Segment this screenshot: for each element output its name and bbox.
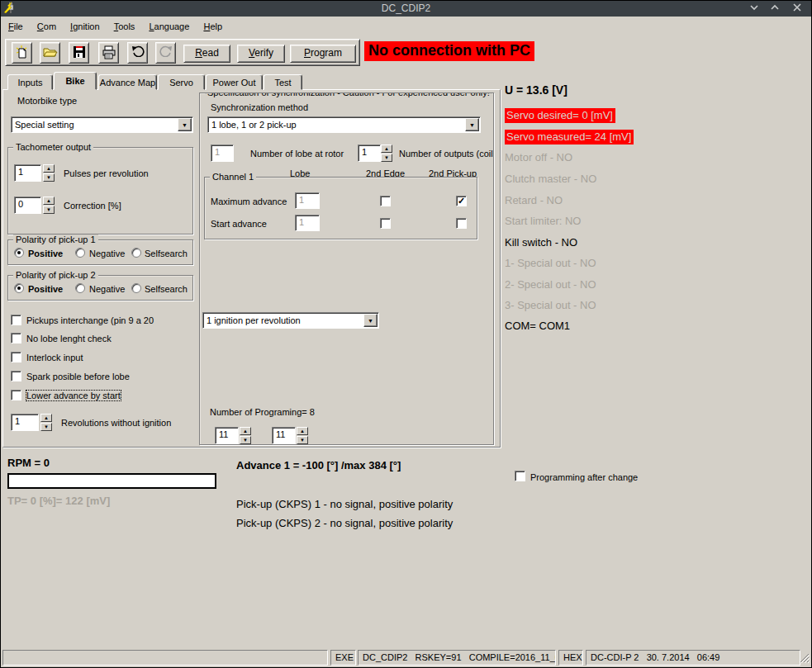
connection-warning: No connection with PC [364, 41, 534, 61]
undo-icon [131, 45, 145, 57]
pickup2-status: Pick-up (CKPS) 2 - no signal, positive p… [236, 517, 453, 529]
open-folder-icon [43, 45, 58, 59]
advance-readout: Advance 1 = -100 [°] /max 384 [°] [236, 459, 401, 471]
save-button[interactable] [69, 42, 89, 64]
menu-com[interactable]: Com [31, 20, 62, 33]
servo-desired-readout: Servo desired= 0 [mV] [505, 108, 615, 123]
program-button[interactable]: Program [290, 45, 356, 63]
clutch-master-status: Clutch master - NO [505, 173, 596, 185]
statusbar-exe: EXE [330, 650, 356, 666]
tab-power-out[interactable]: Power Out [206, 74, 263, 90]
read-button[interactable]: Read [183, 45, 230, 63]
menu-language[interactable]: Language [143, 20, 195, 33]
statusbar-message-panel [2, 650, 328, 666]
new-file-icon [15, 45, 29, 59]
resize-grip[interactable] [799, 652, 810, 663]
menu-bar: File Com Ignition Tools Language Help [2, 20, 228, 36]
app-window: DC_CDIP2 File Com Ignition Tools Languag… [0, 0, 812, 668]
menu-ignition[interactable]: Ignition [64, 20, 105, 33]
special-out-1-status: 1- Special out - NO [505, 257, 596, 269]
undo-button[interactable] [127, 42, 148, 64]
tab-servo[interactable]: Servo [158, 74, 205, 90]
tp-readout: TP= 0 [%]= 122 [mV] [7, 495, 110, 507]
voltage-readout: U = 13.6 [V] [505, 83, 567, 97]
redo-button[interactable] [155, 42, 176, 64]
motor-off-status: Motor off - NO [505, 151, 572, 163]
verify-button[interactable]: Verify [237, 45, 285, 63]
special-out-3-status: 3- Special out - NO [505, 299, 596, 311]
tab-inputs[interactable]: Inputs [7, 74, 53, 90]
redo-icon [159, 45, 173, 57]
minimize-icon[interactable] [747, 2, 762, 15]
close-icon[interactable] [790, 2, 805, 15]
programming-after-change-label: Programming after change [530, 472, 638, 482]
rpm-readout: RPM = 0 [7, 457, 50, 469]
tab-advance-map[interactable]: Advance Map [98, 74, 157, 90]
rpm-progress-bar [7, 473, 216, 489]
bike-tab-page [2, 89, 501, 448]
kill-switch-status: Kill switch - NO [505, 236, 577, 249]
programming-after-change-checkbox[interactable] [515, 471, 525, 481]
print-button[interactable] [98, 42, 119, 64]
window-title: DC_CDIP2 [1, 2, 811, 14]
com-port-readout: COM= COM1 [505, 320, 570, 332]
statusbar-hex: HEX [558, 650, 583, 666]
save-icon [73, 45, 86, 59]
new-file-button[interactable] [12, 42, 32, 64]
servo-measured-readout: Servo measured= 24 [mV] [505, 130, 634, 144]
title-bar: DC_CDIP2 [1, 1, 811, 17]
special-out-2-status: 2- Special out - NO [505, 278, 596, 291]
menu-tools[interactable]: Tools [108, 20, 141, 33]
menu-help[interactable]: Help [197, 20, 228, 33]
statusbar-build-info: DC_CDIP2 RSKEY=91 COMPILE=2016_11_04 [358, 650, 556, 666]
statusbar-device-info: DC-CDI-P 2 30. 7.2014 06:49 [586, 650, 800, 666]
print-icon [102, 45, 116, 59]
tab-bike[interactable]: Bike [54, 72, 97, 90]
toolbar: Read Verify Program [5, 39, 360, 66]
start-limiter-status: Start limiter: NO [505, 215, 581, 227]
tab-test[interactable]: Test [264, 74, 302, 90]
maximize-icon[interactable] [767, 2, 782, 15]
retard-status: Retard - NO [505, 194, 563, 206]
menu-file[interactable]: File [2, 20, 29, 33]
pickup1-status: Pick-up (CKPS) 1 - no signal, positive p… [236, 498, 453, 510]
open-file-button[interactable] [40, 42, 60, 64]
